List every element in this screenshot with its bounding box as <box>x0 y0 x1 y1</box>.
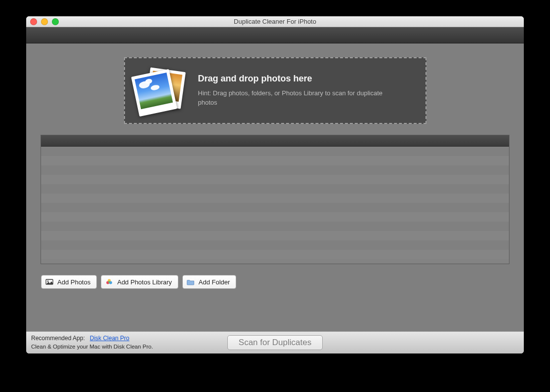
drop-zone[interactable]: Drag and drop photos here Hint: Drag pho… <box>124 57 426 124</box>
list-row <box>41 231 509 240</box>
close-icon[interactable] <box>30 18 37 25</box>
app-window: Duplicate Cleaner For iPhoto Drag and dr… <box>26 16 524 353</box>
zoom-icon[interactable] <box>52 18 59 25</box>
titlebar[interactable]: Duplicate Cleaner For iPhoto <box>26 16 524 27</box>
photos-library-icon <box>105 278 113 286</box>
minimize-icon[interactable] <box>41 18 48 25</box>
results-list[interactable] <box>41 135 509 264</box>
disk-clean-pro-link[interactable]: Disk Clean Pro <box>90 335 129 342</box>
svg-point-5 <box>108 281 110 283</box>
list-row <box>41 184 509 194</box>
list-row <box>41 165 509 175</box>
folder-icon <box>187 278 195 286</box>
list-row <box>41 194 509 203</box>
photo-icon <box>45 278 53 286</box>
list-row <box>41 250 509 259</box>
content-area: Drag and drop photos here Hint: Drag pho… <box>26 43 524 331</box>
add-folder-button[interactable]: Add Folder <box>182 275 237 289</box>
recommend-sub: Clean & Optimize your Mac with Disk Clea… <box>31 344 153 350</box>
list-row <box>41 203 509 212</box>
list-row <box>41 240 509 250</box>
scan-for-duplicates-button[interactable]: Scan for Duplicates <box>227 335 323 350</box>
photos-stack-icon <box>130 64 189 118</box>
list-row <box>41 175 509 184</box>
add-photos-button[interactable]: Add Photos <box>41 275 97 289</box>
action-buttons-row: Add Photos Add Photos Library <box>41 275 236 289</box>
svg-point-1 <box>47 280 49 282</box>
list-row <box>41 156 509 165</box>
recommend-block: Recommended App: Disk Clean Pro Clean & … <box>31 335 153 350</box>
list-row <box>41 212 509 222</box>
window-controls <box>30 18 59 25</box>
add-photos-label: Add Photos <box>57 278 90 286</box>
dropzone-hint: Hint: Drag photos, folders, or Photos Li… <box>198 89 396 108</box>
list-header <box>41 135 509 147</box>
list-row <box>41 222 509 231</box>
recommend-label: Recommended App: <box>31 335 85 342</box>
dropzone-headline: Drag and drop photos here <box>198 74 396 84</box>
list-body <box>41 147 509 264</box>
add-photos-library-label: Add Photos Library <box>117 278 172 286</box>
toolbar <box>26 27 524 43</box>
bottom-bar: Recommended App: Disk Clean Pro Clean & … <box>26 331 524 353</box>
window-title: Duplicate Cleaner For iPhoto <box>234 18 316 25</box>
add-photos-library-button[interactable]: Add Photos Library <box>101 275 178 289</box>
add-folder-label: Add Folder <box>199 278 230 286</box>
list-row <box>41 147 509 156</box>
